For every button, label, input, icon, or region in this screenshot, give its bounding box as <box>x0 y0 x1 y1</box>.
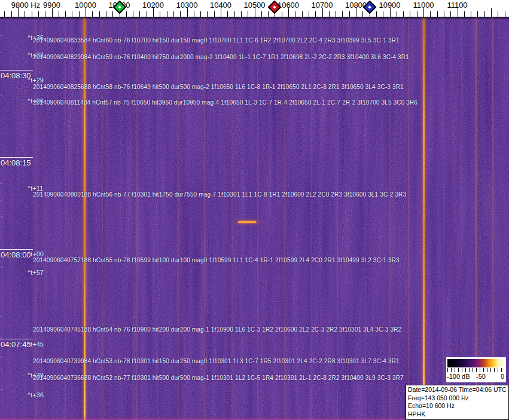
left-edge-tick: ` <box>1 318 2 321</box>
ruler-tick <box>403 11 404 17</box>
left-edge-tick: ` <box>1 391 2 394</box>
ruler-tick <box>18 8 19 17</box>
ruler-tick <box>282 11 282 17</box>
left-edge-tick: ` <box>1 202 2 206</box>
ruler-tick <box>362 11 363 17</box>
left-edge-tick: ` <box>1 97 2 100</box>
ruler-tick <box>112 11 113 17</box>
ruler-tick <box>126 11 127 17</box>
event-data-line: 20140906040811484 hCnt57 nb-75 f10650 hi… <box>33 99 417 106</box>
event-data-line: 20140906040833584 hCnt60 nb-76 f10700 hi… <box>33 37 400 44</box>
db-scale-ticks <box>447 368 505 372</box>
ruler-tick <box>38 11 39 17</box>
ruler-tick <box>241 11 242 17</box>
noise-stripe <box>408 17 409 420</box>
freq-label: 10300 <box>176 1 197 10</box>
info-frequency: Freq=143 050 000 Hz <box>408 394 508 403</box>
ruler-tick <box>32 11 32 17</box>
ruler-tick <box>173 11 174 17</box>
freq-label: 11100 <box>447 1 467 10</box>
ruler-tick <box>248 11 248 17</box>
ruler-tick <box>397 11 397 17</box>
ruler-tick <box>322 8 323 17</box>
ruler-tick <box>471 11 471 17</box>
freq-label: 10000 <box>75 1 96 10</box>
event-data-line: 20140906040745188 hCnt54 nb-76 f10900 hi… <box>33 326 401 333</box>
ruler-tick <box>153 8 154 17</box>
event-data-line: 20140906040829084 hCnt59 nb-76 f10400 hi… <box>33 54 409 60</box>
freq-label: 10600 <box>278 1 299 10</box>
db-label-min: -100 dB <box>447 373 470 380</box>
carrier-line <box>423 17 425 420</box>
ruler-tick <box>65 11 66 17</box>
ruler-tick <box>25 11 25 17</box>
ruler-tick <box>214 11 215 17</box>
ruler-tick <box>4 11 5 17</box>
event-time-marker: ^t+57 <box>28 269 44 276</box>
db-scale-labels: -100 dB -50 0 <box>446 373 506 381</box>
time-label: 04:08:15 <box>0 157 33 167</box>
left-edge-tick: ` <box>1 371 2 375</box>
ruler-tick <box>498 11 498 17</box>
ruler-tick <box>491 8 492 17</box>
ruler-tick <box>99 11 100 17</box>
ruler-tick <box>315 11 316 17</box>
left-edge-tick: ` <box>1 250 2 254</box>
ruler-tick <box>268 11 269 17</box>
ruler-tick <box>261 11 262 17</box>
ruler-tick <box>79 11 80 17</box>
ruler-tick <box>444 11 444 17</box>
ruler-tick <box>59 11 59 17</box>
db-label-max: 0 <box>501 373 504 380</box>
meteor-echo-trace <box>238 221 256 223</box>
ruler-tick <box>349 11 350 17</box>
ruler-tick <box>52 8 53 17</box>
event-data-line: 20140906040739984 hCnt53 nb-78 f10301 hi… <box>33 358 400 364</box>
event-data-line: 20140906040736688 hCnt52 nb-77 f10301 hi… <box>33 375 404 381</box>
ruler-tick <box>336 11 336 17</box>
ruler-tick <box>329 11 330 17</box>
ruler-tick <box>234 11 235 17</box>
ruler-tick <box>288 8 289 17</box>
left-edge-tick: ` <box>1 76 2 79</box>
event-time-marker: ^t+36 <box>28 391 44 398</box>
ruler-tick <box>221 8 221 17</box>
ruler-tick <box>187 8 188 17</box>
freq-label: 9800 Hz <box>11 1 40 10</box>
freq-label: 10500 <box>243 1 265 10</box>
ruler-tick <box>139 11 140 17</box>
ruler-tick <box>180 11 181 17</box>
ruler-tick <box>147 11 147 17</box>
left-edge-tick: ` <box>1 54 2 57</box>
event-time-marker: ^t+45 <box>28 341 44 348</box>
noise-stripe <box>443 17 444 420</box>
spectrogram-app-window: 9800 Hz990010000101001020010300104001050… <box>0 0 509 420</box>
info-echo: Echo=10 600 Hz <box>408 402 508 410</box>
ruler-tick <box>342 11 343 17</box>
ruler-tick <box>450 11 451 17</box>
spectrogram-top-shade <box>0 17 509 20</box>
db-color-scale: -100 dB -50 0 <box>446 357 506 382</box>
ruler-tick <box>390 8 391 17</box>
ruler-tick <box>376 11 377 17</box>
left-edge-tick: ` <box>1 36 2 40</box>
ruler-tick <box>309 11 309 17</box>
frequency-ruler: 9800 Hz990010000101001020010300104001050… <box>0 0 509 17</box>
info-station: HPHK <box>408 410 508 419</box>
db-label-mid: -50 <box>476 373 486 380</box>
ruler-tick <box>505 11 505 17</box>
ruler-tick <box>430 11 431 17</box>
ruler-tick <box>160 11 160 17</box>
ruler-tick <box>477 11 478 17</box>
ruler-tick <box>227 11 228 17</box>
ruler-tick <box>194 11 194 17</box>
ruler-tick <box>207 11 208 17</box>
event-data-line: 20140906040800188 hCnt56 nb-77 f10301 hi… <box>33 191 406 198</box>
ruler-tick <box>133 11 133 17</box>
ruler-tick <box>295 11 295 17</box>
ruler-tick <box>484 11 485 17</box>
event-time-marker: ^t+29 <box>28 76 44 84</box>
ruler-tick <box>86 8 86 17</box>
ruler-tick <box>200 11 201 17</box>
ruler-tick <box>255 8 255 17</box>
